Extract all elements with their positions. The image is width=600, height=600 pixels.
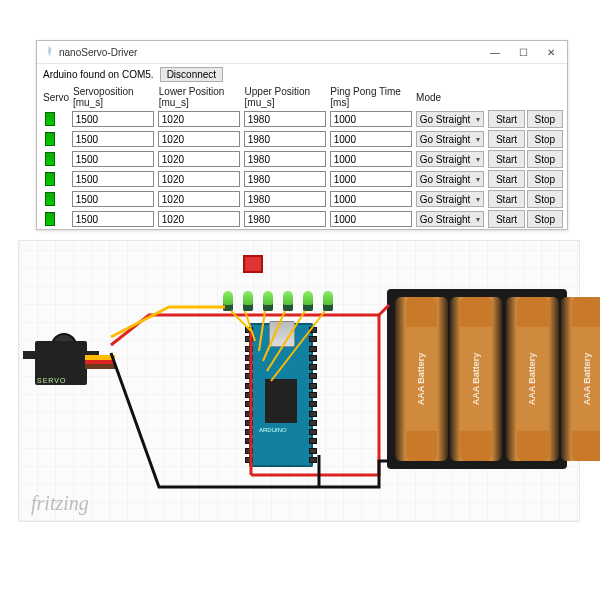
battery-label: AAA Battery [416,353,426,406]
header-servoposition: Servoposition [mu_s] [73,86,155,108]
upper-position-input[interactable] [244,191,326,207]
circuit-diagram: SERVO ARDUINO AAA Battery AAA Battery AA… [18,240,580,522]
upper-position-input[interactable] [244,131,326,147]
jumper-block [243,255,263,273]
header-row: Servo Servoposition [mu_s] Lower Positio… [37,85,567,109]
lower-position-input[interactable] [158,131,240,147]
chevron-down-icon: ▾ [476,135,480,144]
start-button[interactable]: Start [488,210,524,228]
servoposition-input[interactable] [72,211,154,227]
arduino-nano: ARDUINO [249,323,313,467]
servo-motor: SERVO [23,327,103,393]
lower-position-input[interactable] [158,191,240,207]
servo-status-led [45,192,55,206]
mode-select[interactable]: Go Straight▾ [416,211,485,227]
stop-button[interactable]: Stop [527,130,563,148]
disconnect-button[interactable]: Disconnect [160,67,223,82]
stop-button[interactable]: Stop [527,210,563,228]
servoposition-input[interactable] [72,191,154,207]
start-button[interactable]: Start [488,190,524,208]
lower-position-input[interactable] [158,151,240,167]
upper-position-input[interactable] [244,151,326,167]
upper-position-input[interactable] [244,111,326,127]
minimize-icon: — [490,47,500,58]
servoposition-input[interactable] [72,171,154,187]
servo-row: Go Straight▾StartStop [37,109,567,129]
ping-pong-time-input[interactable] [330,191,412,207]
servo-row: Go Straight▾StartStop [37,169,567,189]
header-mode: Mode [416,92,484,103]
mode-select[interactable]: Go Straight▾ [416,131,485,147]
servo-row: Go Straight▾StartStop [37,209,567,229]
titlebar: nanoServo-Driver — ☐ ✕ [37,41,567,64]
servo-row: Go Straight▾StartStop [37,149,567,169]
chevron-down-icon: ▾ [476,175,480,184]
battery-label: AAA Battery [582,353,592,406]
status-text: Arduino found on COM5. [43,69,154,80]
start-button[interactable]: Start [488,110,524,128]
app-window: nanoServo-Driver — ☐ ✕ Arduino found on … [36,40,568,230]
mode-select[interactable]: Go Straight▾ [416,191,485,207]
chevron-down-icon: ▾ [476,155,480,164]
servoposition-input[interactable] [72,131,154,147]
minimize-button[interactable]: — [481,43,509,61]
stop-button[interactable]: Stop [527,170,563,188]
maximize-button[interactable]: ☐ [509,43,537,61]
ping-pong-time-input[interactable] [330,171,412,187]
battery-label: AAA Battery [471,353,481,406]
upper-position-input[interactable] [244,211,326,227]
stop-button[interactable]: Stop [527,150,563,168]
upper-position-input[interactable] [244,171,326,187]
battery-pack: AAA Battery AAA Battery AAA Battery AAA … [387,289,567,469]
servo-status-led [45,172,55,186]
lower-position-input[interactable] [158,111,240,127]
header-servo: Servo [43,92,69,103]
lower-position-input[interactable] [158,211,240,227]
chevron-down-icon: ▾ [476,115,480,124]
chevron-down-icon: ▾ [476,215,480,224]
start-button[interactable]: Start [488,150,524,168]
mode-select[interactable]: Go Straight▾ [416,111,485,127]
lower-position-input[interactable] [158,171,240,187]
servo-status-led [45,152,55,166]
ping-pong-time-input[interactable] [330,211,412,227]
ping-pong-time-input[interactable] [330,131,412,147]
servo-row: Go Straight▾StartStop [37,129,567,149]
close-icon: ✕ [547,47,555,58]
header-ping-pong-time: Ping Pong Time [ms] [330,86,412,108]
header-upper-position: Upper Position [mu_s] [245,86,327,108]
chevron-down-icon: ▾ [476,195,480,204]
servo-status-led [45,212,55,226]
ping-pong-time-input[interactable] [330,111,412,127]
servoposition-input[interactable] [72,111,154,127]
start-button[interactable]: Start [488,170,524,188]
battery-label: AAA Battery [528,353,538,406]
stop-button[interactable]: Stop [527,110,563,128]
app-icon [43,46,55,58]
mode-select[interactable]: Go Straight▾ [416,171,485,187]
header-lower-position: Lower Position [mu_s] [159,86,241,108]
stop-button[interactable]: Stop [527,190,563,208]
servo-row: Go Straight▾StartStop [37,189,567,209]
servo-status-led [45,132,55,146]
maximize-icon: ☐ [519,47,528,58]
start-button[interactable]: Start [488,130,524,148]
mode-select[interactable]: Go Straight▾ [416,151,485,167]
ping-pong-time-input[interactable] [330,151,412,167]
status-line: Arduino found on COM5. Disconnect [37,64,567,85]
servoposition-input[interactable] [72,151,154,167]
close-button[interactable]: ✕ [537,43,565,61]
led-strip [223,283,353,311]
fritzing-watermark: fritzing [31,492,89,515]
window-title: nanoServo-Driver [59,47,481,58]
servo-status-led [45,112,55,126]
